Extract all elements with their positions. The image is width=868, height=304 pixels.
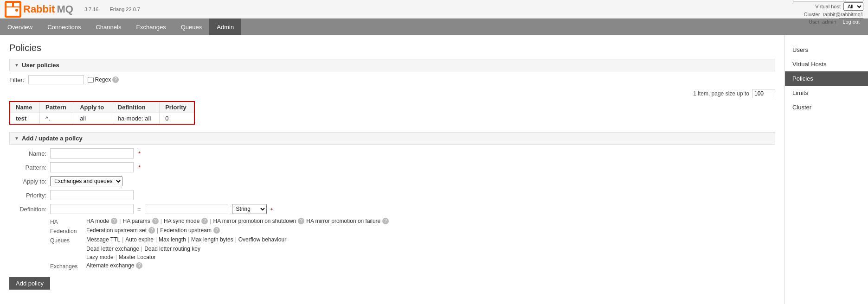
filter-label: Filter:	[9, 76, 25, 83]
cluster-label: Cluster	[804, 12, 820, 17]
svg-rect-1	[6, 3, 12, 6]
ha-links: HA mode ? | HA params ? | HA sync mode ?…	[86, 218, 389, 224]
federation-upstream-set-link[interactable]: Federation upstream set	[86, 227, 147, 234]
definition-value-input[interactable]	[145, 204, 228, 214]
nav-item-connections[interactable]: Connections	[40, 19, 88, 35]
ha-mirror-shutdown-help-icon[interactable]: ?	[298, 218, 304, 224]
overflow-behaviour-link[interactable]: Overflow behaviour	[238, 236, 286, 243]
alternate-exchange-link[interactable]: Alternate exchange	[86, 262, 134, 269]
user-value: admin	[822, 19, 836, 25]
ha-params-link[interactable]: HA params	[122, 218, 150, 224]
definition-key-input[interactable]	[50, 204, 134, 214]
sidebar: Users Virtual Hosts Policies Limits Clus…	[784, 35, 868, 304]
message-ttl-link[interactable]: Message TTL	[86, 236, 120, 243]
max-length-link[interactable]: Max length	[159, 236, 186, 243]
alt-exchange-help-icon[interactable]: ?	[136, 262, 142, 269]
ha-mirror-shutdown-link[interactable]: HA mirror promotion on shutdown	[213, 218, 296, 224]
ha-mode-help-icon[interactable]: ?	[111, 218, 117, 224]
top-right: Refreshed 2022-04-29 17:10:12 Refresh ev…	[718, 0, 863, 25]
table-row[interactable]: test ^. all ha-mode: all 0	[10, 113, 194, 125]
federation-upstream-link[interactable]: Federation upstream	[160, 227, 212, 234]
sidebar-item-users[interactable]: Users	[785, 43, 868, 57]
vh-row: Virtual host All	[815, 2, 863, 11]
sidebar-item-cluster[interactable]: Cluster	[785, 100, 868, 114]
svg-rect-3	[6, 7, 19, 16]
logo-rabbit-text: Rabbit	[23, 3, 55, 15]
top-bar: RabbitMQ 3.7.16 Erlang 22.0.7 Refreshed …	[0, 0, 868, 19]
pipe-q-1: |	[122, 236, 123, 243]
refresh-select[interactable]: Refresh every 5 seconds	[793, 0, 863, 1]
filter-row: Filter: Regex ?	[9, 75, 775, 84]
pipe-1: |	[119, 218, 121, 224]
pipe-lazy-1: |	[116, 254, 117, 260]
nav-item-channels[interactable]: Channels	[88, 19, 129, 35]
user-policies-header[interactable]: ▼ User policies	[9, 59, 775, 71]
ha-cat-label: HA	[50, 218, 83, 225]
definition-row: Definition: = String Number Boolean List…	[9, 204, 775, 214]
exchanges-cat-label: Exchanges	[50, 262, 83, 270]
pattern-input[interactable]	[50, 162, 134, 172]
dead-letter-routing-key-link[interactable]: Dead letter routing key	[144, 246, 200, 252]
regex-help-icon[interactable]: ?	[112, 76, 119, 83]
add-policy-header[interactable]: ▼ Add / update a policy	[9, 132, 775, 145]
lazy-mode-link[interactable]: Lazy mode	[86, 254, 114, 260]
cell-name: test	[10, 113, 40, 125]
pipe-fed-1: |	[157, 227, 158, 234]
ha-sync-mode-link[interactable]: HA sync mode	[164, 218, 199, 224]
logo-mq-text: MQ	[57, 3, 73, 15]
add-policy-section: ▼ Add / update a policy Name: * Pattern:…	[9, 132, 775, 290]
sidebar-item-policies[interactable]: Policies	[785, 71, 868, 86]
sidebar-item-virtual-hosts[interactable]: Virtual Hosts	[785, 57, 868, 71]
ha-mirror-failure-link[interactable]: HA mirror promotion on failure	[306, 218, 380, 224]
priority-input[interactable]	[50, 190, 134, 200]
pipe-q-2: |	[155, 236, 157, 243]
fed-upstream-help-icon[interactable]: ?	[213, 227, 220, 234]
table-header-row: Name Pattern Apply to Definition Priorit…	[10, 101, 194, 113]
col-priority: Priority	[160, 101, 194, 113]
ha-mirror-failure-help-icon[interactable]: ?	[382, 218, 389, 224]
dead-letter-exchange-link[interactable]: Dead letter exchange	[86, 246, 139, 252]
regex-checkbox-label: Regex ?	[88, 76, 119, 83]
nav-item-exchanges[interactable]: Exchanges	[129, 19, 173, 35]
page-size-row: 1 item, page size up to	[9, 89, 775, 98]
logo: RabbitMQ	[5, 1, 73, 18]
queues-category: Queues Message TTL | Auto expire | Max l…	[50, 236, 775, 244]
cell-pattern: ^.	[40, 113, 74, 125]
ha-sync-mode-help-icon[interactable]: ?	[201, 218, 208, 224]
logout-button[interactable]: Log out	[839, 18, 863, 25]
regex-label-text: Regex	[95, 76, 111, 83]
dead-letter-category: Dead letter exchange | Dead letter routi…	[50, 246, 775, 252]
name-input[interactable]	[50, 148, 134, 158]
max-length-bytes-link[interactable]: Max length bytes	[191, 236, 233, 243]
add-policy-arrow-icon: ▼	[14, 136, 19, 141]
cell-priority: 0	[160, 113, 194, 125]
version-info: 3.7.16	[84, 6, 99, 12]
regex-checkbox[interactable]	[88, 77, 94, 83]
sidebar-item-limits[interactable]: Limits	[785, 86, 868, 100]
auto-expire-link[interactable]: Auto expire	[125, 236, 154, 243]
page-size-text: 1 item, page size up to	[693, 90, 749, 97]
pattern-required: *	[138, 164, 141, 171]
user-label: User	[809, 19, 819, 25]
apply-to-select[interactable]: Exchanges and queues Exchanges Queues	[50, 176, 122, 186]
nav-item-admin[interactable]: Admin	[209, 19, 241, 35]
add-policy-button[interactable]: Add policy	[9, 277, 50, 290]
fed-upstream-set-help-icon[interactable]: ?	[148, 227, 155, 234]
logo-area: RabbitMQ 3.7.16 Erlang 22.0.7	[5, 1, 140, 18]
priority-row: Priority:	[9, 190, 775, 200]
user-row: User admin Log out	[809, 18, 863, 25]
ha-mode-link[interactable]: HA mode	[86, 218, 109, 224]
ha-params-help-icon[interactable]: ?	[152, 218, 159, 224]
queues-links: Message TTL | Auto expire | Max length |…	[86, 236, 286, 243]
queues-cat-label: Queues	[50, 236, 83, 244]
nav-item-queues[interactable]: Queues	[174, 19, 210, 35]
filter-input[interactable]	[28, 75, 84, 84]
col-name: Name	[10, 101, 40, 113]
definition-type-select[interactable]: String Number Boolean List	[232, 204, 267, 214]
main-layout: Policies ▼ User policies Filter: Regex ?…	[0, 35, 868, 304]
page-size-input[interactable]	[752, 89, 775, 98]
apply-to-row: Apply to: Exchanges and queues Exchanges…	[9, 176, 775, 186]
nav-item-overview[interactable]: Overview	[0, 19, 40, 35]
master-locator-link[interactable]: Master Locator	[119, 254, 156, 260]
virtual-host-select[interactable]: All	[843, 2, 863, 11]
